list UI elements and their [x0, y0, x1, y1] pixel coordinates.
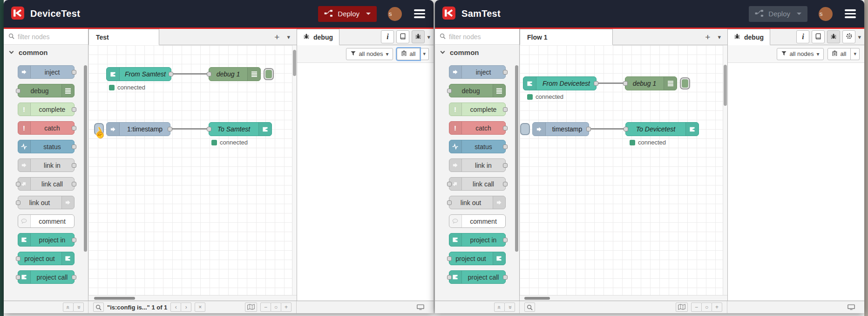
wire[interactable] — [598, 82, 624, 84]
sidebar-options-caret-button[interactable]: ▾ — [427, 34, 430, 40]
deploy-button-disabled[interactable]: Deploy — [749, 6, 807, 22]
palette-category-common[interactable]: common — [4, 45, 88, 60]
flow-list-caret-button[interactable]: ▾ — [287, 34, 290, 40]
search-flows-button[interactable] — [93, 302, 104, 312]
palette-collapse-categories-button[interactable]: « — [63, 302, 74, 312]
canvas-vertical-scrollbar[interactable] — [723, 45, 727, 295]
palette-expand-categories-button[interactable]: « — [504, 302, 515, 312]
palette-node-complete[interactable]: !complete — [18, 103, 75, 116]
palette-node-link-in[interactable]: link in — [449, 158, 506, 172]
palette-node-status[interactable]: status — [18, 140, 75, 153]
canvas-horizontal-scrollbar[interactable] — [520, 295, 727, 301]
canvas-vertical-scrollbar[interactable] — [292, 45, 297, 295]
navigator-map-button[interactable] — [676, 302, 688, 312]
flow-node-debug1[interactable]: debug 1 — [625, 76, 677, 90]
zoom-reset-button[interactable]: ○ — [701, 302, 712, 312]
clear-debug-caret-button[interactable]: ▾ — [851, 48, 860, 60]
inject-trigger-button[interactable] — [520, 123, 530, 135]
debug-sidebar-button[interactable] — [827, 30, 840, 43]
flow-node-debug1[interactable]: debug 1 — [209, 67, 261, 81]
user-avatar[interactable]: s — [819, 7, 833, 21]
add-flow-button[interactable]: + — [705, 33, 710, 41]
palette-node-link-call[interactable]: link call — [18, 177, 75, 191]
search-prev-button[interactable]: ‹ — [170, 302, 181, 312]
palette-node-debug[interactable]: debug — [449, 84, 506, 97]
flow-tab-flow1[interactable]: Flow 1 — [520, 29, 613, 45]
debug-enable-toggle[interactable] — [680, 77, 690, 89]
palette-category-common[interactable]: common — [435, 45, 519, 60]
palette-node-catch[interactable]: !catch — [449, 121, 506, 135]
palette-filter-input[interactable] — [18, 33, 73, 41]
palette-node-complete[interactable]: !complete — [449, 103, 506, 116]
zoom-out-button[interactable]: − — [260, 302, 271, 312]
palette-node-comment[interactable]: comment — [18, 214, 75, 228]
deploy-button[interactable]: Deploy — [318, 6, 377, 22]
palette-node-inject[interactable]: inject — [449, 65, 506, 79]
palette-node-project-out[interactable]: project out — [18, 252, 75, 265]
zoom-in-button[interactable]: + — [281, 302, 292, 312]
main-menu-button[interactable] — [844, 7, 857, 20]
help-sidebar-button[interactable] — [396, 30, 409, 43]
debug-tab[interactable]: debug — [728, 29, 770, 45]
palette-scrollbar[interactable] — [84, 65, 87, 252]
flow-list-caret-button[interactable]: ▾ — [718, 34, 721, 40]
deploy-options-caret-icon[interactable] — [366, 13, 371, 15]
search-next-button[interactable]: › — [181, 302, 191, 312]
filter-nodes-button[interactable]: all nodes ▾ — [777, 48, 824, 60]
user-avatar[interactable]: s — [388, 7, 402, 21]
palette-node-comment[interactable]: comment — [449, 214, 506, 228]
palette-node-project-call[interactable]: project call — [449, 270, 506, 284]
palette-filter-input[interactable] — [449, 33, 504, 41]
palette-node-link-call[interactable]: link call — [449, 177, 506, 191]
info-sidebar-button[interactable]: i — [796, 30, 809, 43]
search-flows-button[interactable] — [524, 302, 535, 312]
palette-scrollbar[interactable] — [515, 65, 518, 252]
palette-node-catch[interactable]: !catch — [18, 121, 75, 135]
debug-sidebar-button[interactable] — [412, 30, 425, 43]
wire[interactable] — [590, 128, 624, 130]
flow-node-from-samtest[interactable]: From Samtest — [106, 67, 171, 81]
info-sidebar-button[interactable]: i — [381, 30, 394, 43]
flow-node-from-devicetest[interactable]: From Devicetest — [523, 76, 597, 90]
palette-node-link-in[interactable]: link in — [18, 158, 75, 172]
debug-enable-toggle[interactable] — [264, 68, 274, 80]
open-debug-window-button[interactable] — [846, 302, 857, 312]
filter-nodes-button[interactable]: all nodes ▾ — [346, 48, 393, 60]
flow-node-timestamp[interactable]: timestamp — [532, 122, 589, 136]
palette-expand-categories-button[interactable]: « — [73, 302, 84, 312]
flow-canvas[interactable]: From Devicetest debug 1 connected timest… — [520, 45, 727, 295]
flow-tab-test[interactable]: Test — [88, 29, 159, 45]
help-sidebar-button[interactable] — [812, 30, 825, 43]
flow-node-timestamp[interactable]: 1:timestamp — [106, 122, 170, 136]
clear-debug-caret-button[interactable]: ▾ — [420, 48, 429, 60]
palette-node-debug[interactable]: debug — [18, 84, 75, 97]
zoom-out-button[interactable]: − — [691, 302, 702, 312]
wire[interactable] — [173, 73, 208, 75]
debug-tab[interactable]: debug — [297, 29, 339, 45]
palette-node-inject[interactable]: inject — [18, 65, 75, 79]
wire[interactable] — [172, 128, 208, 130]
flow-node-to-devicetest[interactable]: To Devicetest — [625, 122, 699, 136]
canvas-horizontal-scrollbar[interactable] — [88, 295, 297, 301]
config-sidebar-button[interactable] — [842, 30, 855, 43]
flow-canvas[interactable]: From Samtest debug 1 connected 1:timesta… — [88, 45, 297, 295]
add-flow-button[interactable]: + — [274, 33, 279, 41]
open-debug-window-button[interactable] — [415, 302, 426, 312]
palette-node-status[interactable]: status — [449, 140, 506, 153]
deploy-options-caret-icon[interactable] — [797, 13, 801, 15]
palette-node-link-out[interactable]: link out — [449, 196, 506, 209]
zoom-reset-button[interactable]: ○ — [271, 302, 281, 312]
palette-node-link-out[interactable]: link out — [18, 196, 75, 209]
palette-collapse-categories-button[interactable]: « — [494, 302, 505, 312]
zoom-in-button[interactable]: + — [712, 302, 722, 312]
palette-node-project-out[interactable]: project out — [449, 252, 506, 265]
clear-debug-button[interactable]: all — [397, 48, 420, 60]
search-close-button[interactable]: × — [195, 302, 205, 312]
sidebar-options-caret-button[interactable]: ▾ — [858, 34, 861, 40]
palette-node-project-in[interactable]: project in — [449, 233, 506, 247]
clear-debug-button[interactable]: all — [827, 48, 851, 60]
palette-node-project-call[interactable]: project call — [18, 270, 75, 284]
flow-node-to-samtest[interactable]: To Samtest — [209, 122, 272, 136]
navigator-map-button[interactable] — [245, 302, 257, 312]
palette-node-project-in[interactable]: project in — [18, 233, 75, 247]
